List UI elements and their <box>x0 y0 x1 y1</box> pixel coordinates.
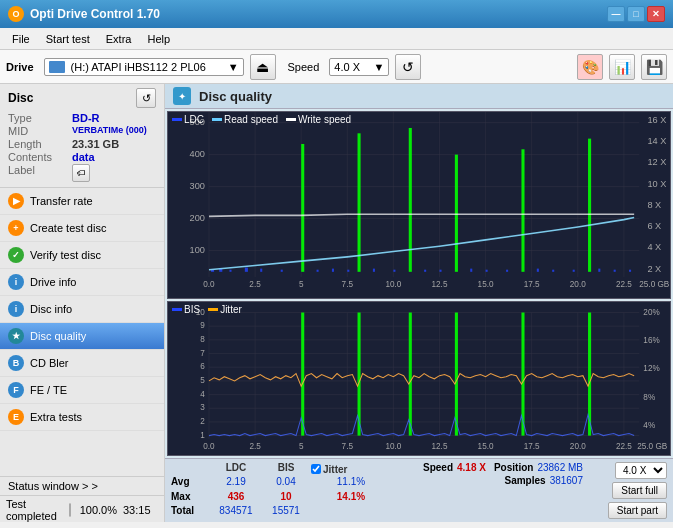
legend-read-speed: Read speed <box>224 114 278 125</box>
eject-button[interactable]: ⏏ <box>250 54 276 80</box>
save-button[interactable]: 💾 <box>641 54 667 80</box>
drive-dropdown-arrow: ▼ <box>228 61 239 73</box>
svg-text:2: 2 <box>200 416 205 426</box>
svg-text:200: 200 <box>190 212 205 223</box>
stats-right-section: Speed 4.18 X Position 23862 MB Samples 3… <box>423 462 583 519</box>
svg-text:2.5: 2.5 <box>249 442 261 452</box>
svg-text:6: 6 <box>200 362 205 372</box>
disc-info-icon: i <box>8 301 24 317</box>
minimize-button[interactable]: — <box>607 6 625 22</box>
nav-disc-quality[interactable]: ★ Disc quality <box>0 323 164 350</box>
disc-label-button[interactable]: 🏷 <box>72 164 90 182</box>
speed-value: 4.0 X <box>334 61 360 73</box>
color-button[interactable]: 🎨 <box>577 54 603 80</box>
menu-help[interactable]: Help <box>139 31 178 47</box>
app-title: Opti Drive Control 1.70 <box>30 7 607 21</box>
svg-text:10.0: 10.0 <box>385 442 401 452</box>
svg-text:7: 7 <box>200 348 205 358</box>
nav-verify-test-disc[interactable]: ✓ Verify test disc <box>0 242 164 269</box>
jitter-col-header: Jitter <box>311 462 391 476</box>
content-header: ✦ Disc quality <box>165 84 673 109</box>
svg-text:2.5: 2.5 <box>249 279 261 289</box>
svg-rect-48 <box>332 269 334 272</box>
nav-drive-info[interactable]: i Drive info <box>0 269 164 296</box>
svg-rect-115 <box>301 313 304 436</box>
legend-bis: BIS <box>184 304 200 315</box>
nav-cd-bler-label: CD Bler <box>30 357 69 369</box>
jitter-checkbox[interactable] <box>311 464 321 474</box>
svg-text:5: 5 <box>299 279 304 289</box>
svg-rect-57 <box>470 269 472 272</box>
nav-extra-tests[interactable]: E Extra tests <box>0 404 164 431</box>
svg-text:20%: 20% <box>643 307 660 317</box>
svg-text:17.5: 17.5 <box>524 442 540 452</box>
start-buttons-section: 4.0 X Start full Start part <box>587 462 667 519</box>
samples-label: Samples <box>504 475 545 486</box>
stats-bottom-bar: LDC BIS Jitter Avg 2.19 0.04 11.1% Max 4… <box>165 458 673 522</box>
stats-table: LDC BIS Jitter Avg 2.19 0.04 11.1% Max 4… <box>171 462 419 519</box>
ldc-chart-svg: 500 400 300 200 100 16 X 14 X 12 X 10 X … <box>168 112 670 298</box>
jitter-label: Jitter <box>323 464 347 475</box>
test-completed-label: Test completed <box>6 498 63 522</box>
svg-rect-56 <box>455 155 458 272</box>
svg-rect-62 <box>552 270 554 272</box>
svg-text:5: 5 <box>299 442 304 452</box>
verify-test-disc-icon: ✓ <box>8 247 24 263</box>
nav-create-test-disc[interactable]: + Create test disc <box>0 215 164 242</box>
titlebar: O Opti Drive Control 1.70 — □ ✕ <box>0 0 673 28</box>
nav-transfer-rate[interactable]: ▶ Transfer rate <box>0 188 164 215</box>
disc-length-key: Length <box>8 138 68 150</box>
svg-rect-49 <box>347 270 349 272</box>
scan-speed-select[interactable]: 4.0 X <box>615 462 667 479</box>
svg-rect-50 <box>358 133 361 272</box>
svg-text:22.5: 22.5 <box>616 279 632 289</box>
svg-text:300: 300 <box>190 180 205 191</box>
menu-extra[interactable]: Extra <box>98 31 140 47</box>
transfer-rate-icon: ▶ <box>8 193 24 209</box>
total-bis-val: 15571 <box>261 505 311 519</box>
svg-text:16 X: 16 X <box>647 113 667 124</box>
svg-text:2 X: 2 X <box>647 263 662 274</box>
menu-file[interactable]: File <box>4 31 38 47</box>
svg-text:16%: 16% <box>643 335 660 345</box>
svg-rect-42 <box>229 270 231 272</box>
svg-rect-55 <box>439 270 441 272</box>
svg-text:22.5: 22.5 <box>616 442 632 452</box>
max-ldc-val: 436 <box>211 491 261 505</box>
svg-text:14 X: 14 X <box>647 135 667 146</box>
content-icon: ✦ <box>173 87 191 105</box>
disc-refresh-button[interactable]: ↺ <box>136 88 156 108</box>
legend-ldc: LDC <box>184 114 204 125</box>
maximize-button[interactable]: □ <box>627 6 645 22</box>
svg-text:4: 4 <box>200 389 205 399</box>
drive-select[interactable]: (H:) ATAPI iHBS112 2 PL06 ▼ <box>44 58 244 76</box>
nav-transfer-rate-label: Transfer rate <box>30 195 93 207</box>
graph-button[interactable]: 📊 <box>609 54 635 80</box>
disc-length-val: 23.31 GB <box>72 138 119 150</box>
nav-cd-bler[interactable]: B CD Bler <box>0 350 164 377</box>
svg-text:100: 100 <box>190 243 205 254</box>
progress-bar <box>69 503 71 517</box>
svg-text:6 X: 6 X <box>647 220 662 231</box>
svg-rect-43 <box>245 268 248 272</box>
svg-text:17.5: 17.5 <box>524 279 540 289</box>
status-window-row[interactable]: Status window > > <box>0 477 164 496</box>
cd-bler-icon: B <box>8 355 24 371</box>
nav-disc-info[interactable]: i Disc info <box>0 296 164 323</box>
nav-drive-info-label: Drive info <box>30 276 76 288</box>
svg-rect-64 <box>588 139 591 272</box>
status-window-label: Status window > > <box>8 480 98 492</box>
total-row-label: Total <box>171 505 211 519</box>
nav-fe-te[interactable]: F FE / TE <box>0 377 164 404</box>
menu-start-test[interactable]: Start test <box>38 31 98 47</box>
refresh-button[interactable]: ↺ <box>395 54 421 80</box>
start-full-button[interactable]: Start full <box>612 482 667 499</box>
svg-text:10 X: 10 X <box>647 177 667 188</box>
nav-extra-tests-label: Extra tests <box>30 411 82 423</box>
close-button[interactable]: ✕ <box>647 6 665 22</box>
speed-select[interactable]: 4.0 X ▼ <box>329 58 389 76</box>
svg-rect-65 <box>598 269 600 272</box>
drive-icon <box>49 61 65 73</box>
start-part-button[interactable]: Start part <box>608 502 667 519</box>
test-completed-row: Test completed 100.0% 33:15 <box>0 496 164 524</box>
